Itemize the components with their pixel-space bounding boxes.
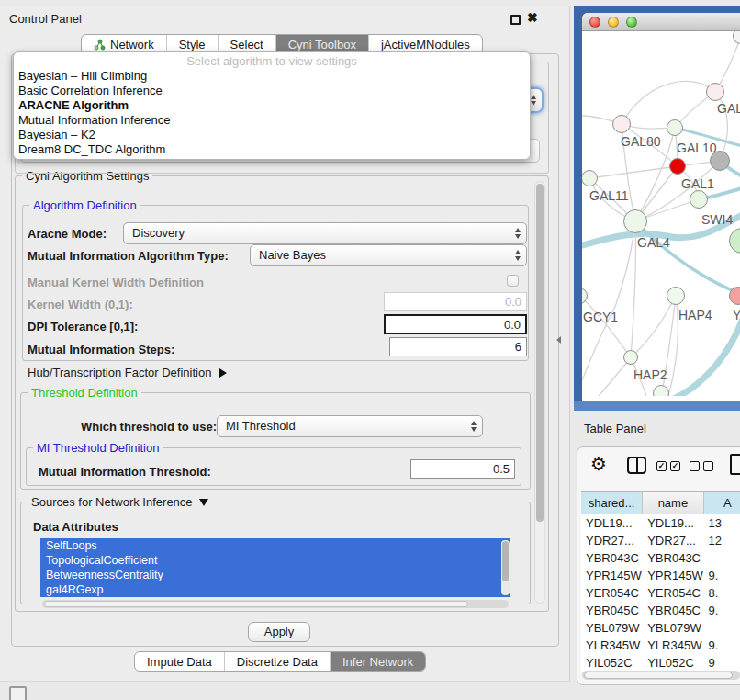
mac-minimize-button[interactable] <box>608 17 619 28</box>
node-hap4[interactable] <box>667 287 685 305</box>
manual-kernel-checkbox[interactable] <box>507 275 519 287</box>
table-row[interactable]: YER054CYER054C8. <box>581 584 740 602</box>
table-row[interactable]: YIL052CYIL052C9 <box>581 654 740 672</box>
dropdown-item-aracne-algorithm[interactable]: ARACNE Algorithm <box>14 98 530 113</box>
node-label-gal11: GAL11 <box>589 188 629 203</box>
node-label-swi4: SWI4 <box>701 212 733 227</box>
node-gal4[interactable] <box>623 209 647 233</box>
apply-button[interactable]: Apply <box>248 622 310 642</box>
sources-expander[interactable]: Sources for Network Inference <box>28 495 212 509</box>
table-cell: 12 <box>704 532 740 549</box>
tab-style[interactable]: Style <box>166 35 218 53</box>
close-icon[interactable]: ✖ <box>527 10 538 25</box>
restore-panel-icon[interactable] <box>9 686 27 700</box>
table-row[interactable]: YLR345WYLR345W9. <box>581 637 740 654</box>
node-label-hap2: HAP2 <box>633 367 667 382</box>
settings-vertical-scrollbar[interactable] <box>534 181 545 604</box>
hub-definition-expander[interactable]: Hub/Transcription Factor Definition <box>28 366 227 379</box>
table-cell: YBR043C <box>643 549 703 567</box>
list-horizontal-scrollbar[interactable] <box>42 600 509 608</box>
mac-zoom-button[interactable] <box>626 17 637 28</box>
attribute-item-gal4rgexp[interactable]: gal4RGexp <box>40 582 510 597</box>
mac-close-button[interactable] <box>589 17 600 28</box>
tab-select[interactable]: Select <box>218 35 275 53</box>
table-cell: 9 <box>704 654 740 672</box>
float-window-icon[interactable] <box>510 15 521 25</box>
tab-network[interactable]: Network <box>82 35 166 53</box>
checked-checkbox-icon[interactable]: ✓ <box>670 461 680 471</box>
table-row[interactable]: YDL19...YDL19...13 <box>581 514 740 532</box>
which-threshold-combo[interactable]: MI Threshold <box>217 415 483 437</box>
bottom-tab-impute-data[interactable]: Impute Data <box>135 652 224 671</box>
table-row[interactable]: YPR145WYPR145W9. <box>581 567 740 584</box>
node-swi4[interactable] <box>690 190 708 209</box>
table-cell: YBR045C <box>643 602 703 619</box>
unchecked-checkbox-icon[interactable] <box>690 461 700 471</box>
dropdown-item-bayesian-k2[interactable]: Bayesian – K2 <box>14 128 530 142</box>
dropdown-item-basic-correlation-inference[interactable]: Basic Correlation Inference <box>14 84 530 98</box>
dropdown-item-bayesian-hill-climbing[interactable]: Bayesian – Hill Climbing <box>14 69 530 84</box>
attribute-item-betweennesscentrality[interactable]: BetweennessCentrality <box>40 568 510 582</box>
network-window-titlebar[interactable] <box>582 13 740 31</box>
network-canvas[interactable]: GALGAL80GAL10GAL1GAL11SWI4GAL4GCY1HAP4YH… <box>582 31 740 396</box>
node-gal80[interactable] <box>612 115 631 133</box>
tab-cyni-toolbox[interactable]: Cyni Toolbox <box>275 35 368 53</box>
scrollbar-thumb[interactable] <box>44 601 468 607</box>
kernel-width-field[interactable]: 0.0 <box>384 292 527 311</box>
mi-type-combo[interactable]: Naive Bayes <box>250 244 527 266</box>
attribute-item-topologicalcoefficient[interactable]: TopologicalCoefficient <box>40 553 510 568</box>
dpi-tolerance-field[interactable]: 0.0 <box>384 314 527 334</box>
column-layout-icon[interactable] <box>627 457 646 474</box>
mi-threshold-field[interactable]: 0.5 <box>410 459 515 479</box>
node-gal10[interactable] <box>667 119 683 136</box>
column-header-name[interactable]: name <box>643 491 703 514</box>
table-row[interactable]: YBR043CYBR043C <box>581 549 740 567</box>
node-pink-upper[interactable] <box>706 83 724 101</box>
data-attributes-list[interactable]: SelfLoopsTopologicalCoefficientBetweenne… <box>40 538 510 597</box>
settings-gear-icon[interactable]: ⚙ <box>590 453 607 475</box>
node-red[interactable] <box>669 158 686 175</box>
column-header-a[interactable]: A <box>704 491 740 514</box>
node-bottom-partial[interactable] <box>653 385 669 396</box>
bottom-tab-discretize-data[interactable]: Discretize Data <box>224 652 330 671</box>
node-label-gal4: GAL4 <box>637 235 670 250</box>
node-label-hap4: HAP4 <box>678 308 712 322</box>
aracne-mode-combo[interactable]: Discovery <box>123 222 527 244</box>
table-cell <box>704 549 740 567</box>
bottom-tab-infer-network[interactable]: Infer Network <box>330 652 425 671</box>
table-row[interactable]: YDR27...YDR27...12 <box>581 532 740 549</box>
table-cell: YIL052C <box>581 654 643 672</box>
bottom-tab-label: Impute Data <box>147 655 212 669</box>
table-cell: YDR27... <box>581 532 643 549</box>
document-icon[interactable] <box>730 454 740 475</box>
scrollbar-thumb[interactable] <box>502 541 509 581</box>
node-table[interactable]: shared...nameA YDL19...YDL19...13YDR27..… <box>581 491 740 672</box>
unchecked-checkbox-icon[interactable] <box>703 461 713 471</box>
aracne-mode-label: Aracne Mode: <box>28 227 107 241</box>
table-cell: YLR345W <box>643 637 703 654</box>
table-cell: YBL079W <box>643 619 703 637</box>
dropdown-item-list: Bayesian – Hill ClimbingBasic Correlatio… <box>14 69 530 157</box>
attribute-item-selfloops[interactable]: SelfLoops <box>40 538 510 553</box>
tab-jactivemnodules[interactable]: jActiveMNodules <box>368 35 482 53</box>
scrollbar-thumb[interactable] <box>536 184 544 522</box>
checked-checkbox-icon[interactable]: ✓ <box>656 461 667 471</box>
node-hap2[interactable] <box>623 350 638 365</box>
column-header-shared[interactable]: shared... <box>581 491 643 514</box>
table-row[interactable]: YBR045CYBR045C9. <box>581 602 740 619</box>
dropdown-item-dream8-dc-tdc-algorithm[interactable]: Dream8 DC_TDC Algorithm <box>14 142 530 157</box>
table-cell: YPR145W <box>643 567 703 584</box>
mi-steps-field[interactable]: 6 <box>389 337 527 356</box>
splitter-collapse-icon[interactable] <box>556 336 561 344</box>
list-vertical-scrollbar[interactable] <box>501 540 510 595</box>
table-cell: YIL052C <box>643 654 703 672</box>
table-cell: YDL19... <box>581 514 643 532</box>
table-cell: YBL079W <box>581 619 643 637</box>
kernel-width-label: Kernel Width (0,1): <box>28 298 133 311</box>
table-cell: 8. <box>704 584 740 602</box>
table-row[interactable]: YBL079WYBL079W <box>581 619 740 637</box>
scrollbar-thumb[interactable] <box>584 672 733 679</box>
node-label-gal: GAL <box>717 101 740 116</box>
table-horizontal-scrollbar[interactable] <box>582 671 740 680</box>
dropdown-item-mutual-information-inference[interactable]: Mutual Information Inference <box>14 113 530 128</box>
